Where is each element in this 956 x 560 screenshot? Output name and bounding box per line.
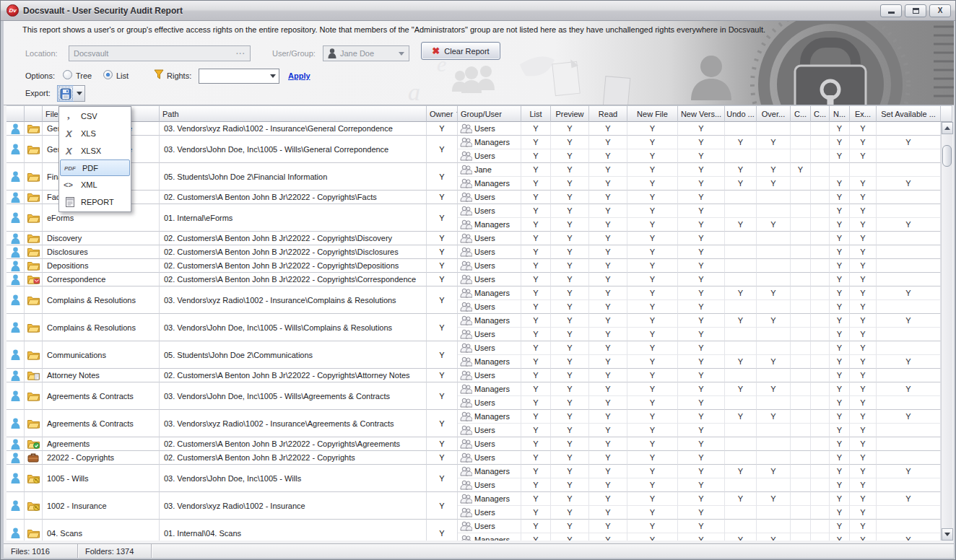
table-row[interactable]: Discovery02. Customers\A Benton John B J… <box>6 232 941 245</box>
table-row[interactable]: 1005 - Wills03. Vendors\John Doe, Inc\10… <box>6 465 941 492</box>
table-row[interactable]: Agreements & Contracts03. Vendors\John D… <box>6 382 941 410</box>
table-row[interactable]: eForms01. Internal\eFormsYUsersYYYYYYYMa… <box>6 204 941 232</box>
table-row[interactable]: General Correpondence03. Vendors\John Do… <box>6 136 941 163</box>
table-row[interactable]: Communications05. Students\John Doe 2\Co… <box>6 341 941 369</box>
table-row[interactable]: Complains & Resolutions03. Vendors\xyz R… <box>6 286 941 314</box>
group-row[interactable]: ManagersYYYYYYYYYY <box>458 286 941 300</box>
group-row[interactable]: UsersYYYYYYY <box>458 328 941 341</box>
export-dropdown-arrow[interactable] <box>74 85 85 102</box>
group-row[interactable]: UsersYYYYYYY <box>458 369 941 382</box>
close-button[interactable]: X <box>929 4 951 17</box>
group-row[interactable]: JaneYYYYYYYY <box>458 163 941 177</box>
group-row[interactable]: UsersYYYYYYY <box>458 424 941 437</box>
group-row[interactable]: UsersYYYYYYY <box>458 204 941 218</box>
export-menu-item-xls[interactable]: XXLS <box>59 125 131 142</box>
clear-report-button[interactable]: ✖ Clear Report <box>421 42 500 60</box>
table-row[interactable]: 1002 - Insurance03. Vendors\xyz Radio\10… <box>6 492 941 520</box>
folder-icon <box>25 323 42 333</box>
table-row[interactable]: 22022 - Copyrights02. Customers\A Benton… <box>6 451 941 465</box>
group-row[interactable]: UsersYYYYYYY <box>458 396 941 410</box>
column-header-right-5[interactable]: Undo ... <box>725 105 757 122</box>
group-row[interactable]: UsersYYYYYYY <box>458 506 941 520</box>
table-row[interactable]: Facts02. Customers\A Benton John B Jr\22… <box>6 191 941 204</box>
list-radio[interactable] <box>103 70 113 79</box>
minimize-button[interactable] <box>880 4 902 17</box>
group-row[interactable]: UsersYYYYYYY <box>458 232 941 245</box>
column-header-type-icon[interactable] <box>25 105 43 122</box>
column-header-right-9[interactable]: N... <box>830 105 850 122</box>
rights-select[interactable] <box>199 69 279 84</box>
group-row[interactable]: UsersYYYYYYY <box>458 273 941 286</box>
column-header-owner[interactable]: Owner <box>427 105 458 122</box>
group-row[interactable]: ManagersYYYYYYYYYY <box>458 177 941 191</box>
group-row[interactable]: UsersYYYYYYY <box>458 191 941 204</box>
scrollbar-thumb[interactable] <box>942 145 952 167</box>
group-row[interactable]: ManagersYYYYYYYYYY <box>458 355 941 369</box>
group-row[interactable]: UsersYYYYYYY <box>458 520 941 533</box>
export-button[interactable] <box>57 85 74 102</box>
location-input[interactable]: Docsvault ··· <box>69 45 251 61</box>
rights-cell <box>757 273 791 286</box>
group-row[interactable]: UsersYYYYYYY <box>458 341 941 355</box>
group-row[interactable]: UsersYYYYYYY <box>458 245 941 259</box>
column-header-right-3[interactable]: New File <box>627 105 678 122</box>
table-row[interactable]: Attorney Notes02. Customers\A Benton Joh… <box>6 369 941 382</box>
maximize-button[interactable] <box>905 4 926 17</box>
table-row[interactable]: Correspondence02. Customers\A Benton Joh… <box>6 273 941 286</box>
export-menu-item-xlsx[interactable]: XXLSX <box>59 142 131 159</box>
user-group-select[interactable]: Jane Doe <box>323 45 409 61</box>
column-header-right-7[interactable]: C... <box>791 105 811 122</box>
group-row[interactable]: ManagersYYYYYYYYYY <box>458 410 941 424</box>
rights-cell: Y <box>850 273 877 286</box>
table-row[interactable]: Agreements & Contracts03. Vendors\xyz Ra… <box>6 410 941 437</box>
table-row[interactable]: Complains & Resolutions03. Vendors\John … <box>6 314 941 341</box>
group-name: Users <box>474 152 495 160</box>
group-row[interactable]: ManagersYYYYYYYYYY <box>458 136 941 149</box>
tree-radio-label[interactable]: Tree <box>76 71 92 80</box>
group-row[interactable]: UsersYYYYYYY <box>458 437 941 451</box>
table-row[interactable]: 04. Scans01. Internal\04. ScansYUsersYYY… <box>6 520 941 541</box>
group-row[interactable]: ManagersYYYYYYYYYY <box>458 492 941 506</box>
column-header-right-10[interactable]: Ex... <box>850 105 877 122</box>
export-menu-item-report[interactable]: REPORT <box>59 193 131 211</box>
rights-cell <box>725 520 757 533</box>
export-menu-item-xml[interactable]: <>XML <box>59 176 131 193</box>
group-row[interactable]: UsersYYYYYYY <box>458 300 941 314</box>
column-header-right-0[interactable]: List <box>521 105 551 122</box>
group-row[interactable]: ManagersYYYYYYYYYY <box>458 465 941 478</box>
group-row[interactable]: ManagersYYYYYYYYYY <box>458 382 941 396</box>
column-header-right-11[interactable]: Set Available ... <box>877 105 941 122</box>
group-row[interactable]: UsersYYYYYYY <box>458 122 941 136</box>
group-row[interactable]: UsersYYYYYYY <box>458 478 941 492</box>
scroll-up-button[interactable] <box>942 122 953 134</box>
column-header-right-8[interactable]: C... <box>811 105 830 122</box>
tree-radio[interactable] <box>63 70 72 79</box>
table-row[interactable]: Disclosures02. Customers\A Benton John B… <box>6 245 941 259</box>
group-row[interactable]: ManagersYYYYYYYYYY <box>458 218 941 232</box>
group-row[interactable]: UsersYYYYYYY <box>458 259 941 273</box>
table-row[interactable]: Depositions02. Customers\A Benton John B… <box>6 259 941 273</box>
table-row[interactable]: Financial Information05. Students\John D… <box>6 163 941 191</box>
group-row[interactable]: UsersYYYYYYY <box>458 451 941 465</box>
column-header-right-4[interactable]: New Vers... <box>678 105 725 122</box>
scroll-down-button[interactable] <box>942 528 953 541</box>
column-header-path[interactable]: Path <box>160 105 427 122</box>
column-header-right-1[interactable]: Preview <box>551 105 589 122</box>
apply-link[interactable]: Apply <box>288 71 310 80</box>
group-row[interactable]: ManagersYYYYYYYYYY <box>458 314 941 328</box>
column-header-group-user[interactable]: Group/User <box>458 105 521 122</box>
column-header-user-icon[interactable] <box>6 105 25 122</box>
column-header-right-6[interactable]: Over... <box>757 105 791 122</box>
export-menu-item-pdf[interactable]: PDFPDF <box>60 159 130 176</box>
table-row[interactable]: Agreements02. Customers\A Benton John B … <box>6 437 941 451</box>
rights-cell: Y <box>589 341 627 355</box>
list-radio-label[interactable]: List <box>116 71 129 80</box>
group-row[interactable]: ManagersYYYYYYYYYY <box>458 533 941 541</box>
table-row[interactable]: General Correpondence03. Vendors\xyz Rad… <box>6 122 941 136</box>
column-header-right-2[interactable]: Read <box>589 105 627 122</box>
group-row[interactable]: UsersYYYYYYY <box>458 149 941 163</box>
vertical-scrollbar[interactable] <box>941 122 952 541</box>
browse-ellipsis-icon[interactable]: ··· <box>236 50 245 58</box>
export-menu-item-csv[interactable]: ,CSV <box>59 108 131 125</box>
export-label: Export: <box>25 89 51 97</box>
